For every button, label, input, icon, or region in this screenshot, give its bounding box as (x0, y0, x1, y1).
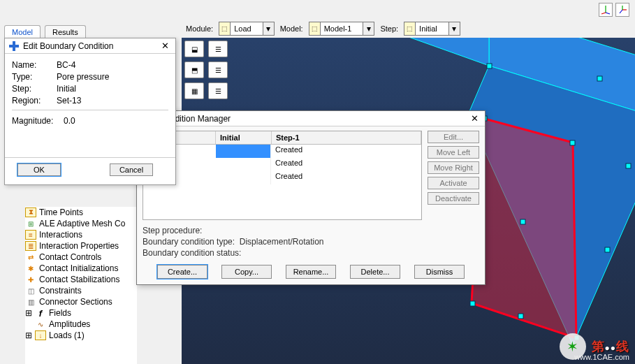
chevron-down-icon: ▾ (448, 22, 460, 35)
chevron-down-icon: ▾ (363, 22, 374, 35)
model-combo[interactable]: ⬚ Model-1 ▾ (309, 22, 375, 36)
app-icon (9, 41, 19, 51)
svg-rect-9 (520, 219, 525, 224)
edit-button[interactable]: Edit... (428, 131, 479, 143)
context-bar: Module: ⬚ Load ▾ Model: ⬚ Model-1 ▾ Step… (182, 20, 635, 38)
axis-indicator-group (599, 3, 629, 17)
contact-controls-icon: ⇄ (25, 252, 36, 262)
bc-table[interactable]: e Initial Step-1 Created Created Created (143, 131, 422, 220)
model-label: Model: (280, 24, 303, 33)
table-header: e Initial Step-1 (143, 131, 421, 145)
tree-item-time-points[interactable]: ⧗Time Points (25, 207, 137, 218)
deactivate-button[interactable]: Deactivate (428, 192, 479, 205)
tree-item-interaction-props[interactable]: ≣Interaction Properties (25, 240, 137, 252)
tree-item-ale[interactable]: ⊞ALE Adaptive Mesh Co (25, 218, 137, 229)
step-value: Initial (57, 84, 76, 94)
cancel-button[interactable]: Cancel (110, 163, 153, 176)
step-icon: ⬚ (404, 22, 416, 35)
svg-rect-21 (13, 41, 15, 51)
tool-create-bc[interactable]: ⬒ (184, 61, 204, 78)
model-tree[interactable]: ⧗Time Points ⊞ALE Adaptive Mesh Co ≡Inte… (25, 207, 137, 364)
svg-rect-10 (605, 247, 610, 252)
time-icon: ⧗ (25, 208, 36, 217)
bc-manager-dialog: dary Condition Manager ✕ e Initial Step-… (136, 110, 486, 285)
brand-footer: ✶ 第●●线 www.1CAE.com (560, 333, 630, 360)
tool-bc-manager[interactable]: ☰ (208, 61, 228, 78)
manager-side-buttons: Edit... Move Left Move Right Activate De… (428, 131, 479, 220)
table-row[interactable]: Created (143, 171, 421, 184)
axis-indicator-yxz[interactable] (599, 3, 613, 17)
edit-titlebar[interactable]: Edit Boundary Condition ✕ (5, 38, 175, 54)
tree-item-contact-init[interactable]: ✱Contact Initializations (25, 263, 137, 274)
expand-icon[interactable]: ⊞ (25, 330, 32, 340)
tool-load-manager[interactable]: ☰ (208, 41, 228, 57)
tree-item-interactions[interactable]: ≡Interactions (25, 229, 137, 240)
fields-icon: f (35, 308, 46, 318)
tree-item-amplitudes[interactable]: ∿Amplitudes (25, 319, 137, 330)
delete-button[interactable]: Delete... (350, 265, 400, 279)
module-label: Module: (186, 24, 213, 33)
svg-marker-1 (391, 38, 489, 66)
step-procedure-label: Step procedure: (143, 226, 479, 235)
expand-icon[interactable]: ⊞ (25, 308, 32, 318)
svg-rect-4 (487, 64, 492, 68)
bc-type-label: Boundary condition type: (143, 237, 235, 247)
tool-field-manager[interactable]: ☰ (208, 82, 228, 99)
interaction-props-icon: ≣ (25, 241, 36, 251)
ok-button[interactable]: OK (17, 163, 61, 176)
step-label: Step: (380, 24, 398, 33)
mesh-icon: ⊞ (25, 219, 36, 228)
edit-bc-dialog: Edit Boundary Condition ✕ Name:BC-4 Type… (4, 38, 176, 185)
svg-rect-8 (570, 140, 575, 145)
name-label: Name: (12, 60, 50, 70)
table-row[interactable]: Created (143, 145, 421, 158)
region-value: Set-13 (57, 96, 81, 105)
tree-item-contact-controls[interactable]: ⇄Contact Controls (25, 252, 137, 263)
svg-line-15 (601, 13, 606, 14)
module-combo[interactable]: ⬚ Load ▾ (219, 22, 274, 36)
contact-stab-icon: ✚ (25, 275, 36, 284)
tree-item-fields[interactable]: ⊞fFields (25, 307, 137, 319)
create-button[interactable]: Create... (157, 265, 207, 279)
contact-init-icon: ✱ (25, 263, 36, 273)
bc-type-value: Displacement/Rotation (240, 237, 324, 247)
move-right-button[interactable]: Move Right (428, 161, 479, 174)
axis-indicator-xyz[interactable] (615, 3, 629, 17)
chevron-down-icon: ▾ (263, 22, 274, 35)
tree-item-contact-stab[interactable]: ✚Contact Stabilizations (25, 274, 137, 285)
tree-tabs: Model Results (4, 25, 86, 38)
activate-button[interactable]: Activate (428, 177, 479, 189)
step-label: Step: (12, 84, 50, 94)
tree-item-loads[interactable]: ⊞↓Loads (1) (25, 330, 137, 341)
bc-status-label: Boundary condition status: (143, 248, 479, 258)
tab-model[interactable]: Model (4, 25, 41, 38)
magnitude-label: Magnitude: (12, 116, 57, 126)
rename-button[interactable]: Rename... (286, 265, 336, 279)
tree-item-constraints[interactable]: ◫Constraints (25, 285, 137, 296)
tool-create-field[interactable]: ▦ (184, 82, 204, 99)
dialog-title: Edit Boundary Condition (23, 41, 113, 51)
copy-button[interactable]: Copy... (221, 265, 272, 279)
close-icon[interactable]: ✕ (468, 112, 481, 125)
col-initial[interactable]: Initial (216, 131, 272, 144)
type-label: Type: (12, 72, 50, 82)
tool-create-load[interactable]: ⬓ (184, 41, 204, 57)
step-combo[interactable]: ⬚ Initial ▾ (404, 22, 460, 36)
manager-info: Step procedure: Boundary condition type:… (143, 226, 479, 258)
svg-rect-6 (626, 163, 631, 168)
dismiss-button[interactable]: Dismiss (414, 265, 465, 279)
col-step1[interactable]: Step-1 (272, 131, 421, 144)
close-icon[interactable]: ✕ (159, 40, 171, 52)
module-icon: ⬚ (219, 22, 231, 35)
move-left-button[interactable]: Move Left (428, 146, 479, 159)
loads-icon: ↓ (35, 330, 46, 340)
model-icon: ⬚ (309, 22, 321, 35)
manager-bottom-buttons: Create... Copy... Rename... Delete... Di… (143, 265, 479, 279)
table-row[interactable]: Created (143, 158, 421, 171)
tab-results[interactable]: Results (45, 25, 86, 38)
manager-titlebar[interactable]: dary Condition Manager ✕ (137, 111, 485, 126)
interactions-icon: ≡ (25, 230, 36, 240)
constraints-icon: ◫ (25, 286, 36, 296)
svg-rect-5 (597, 76, 602, 81)
tree-item-connector-sections[interactable]: ▥Connector Sections (25, 296, 137, 307)
